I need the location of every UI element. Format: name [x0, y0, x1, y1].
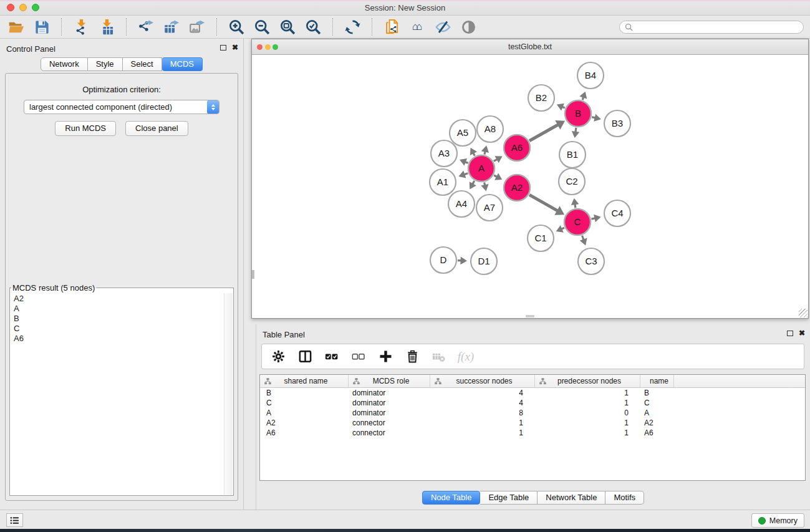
function-builder-icon[interactable]: f(x) — [458, 349, 474, 365]
tab-network[interactable]: Network — [41, 57, 88, 71]
mcds-result-item[interactable]: A — [11, 304, 223, 314]
graph-node-A1[interactable]: A1 — [430, 169, 456, 195]
mcds-result-item[interactable]: C — [11, 324, 223, 334]
table-cell[interactable]: 1 — [535, 399, 640, 407]
graph-node-C1[interactable]: C1 — [528, 225, 554, 251]
tab-motifs[interactable]: Motifs — [605, 491, 644, 505]
graph-edge-A-A6[interactable] — [494, 156, 503, 163]
graph-node-A[interactable]: A — [468, 155, 494, 181]
table-cell[interactable]: A2 — [260, 418, 349, 427]
graph-edge-A-A5[interactable] — [470, 148, 477, 156]
graph-node-C[interactable]: C — [564, 209, 591, 235]
column-header-predecessor-nodes[interactable]: predecessor nodes — [535, 375, 640, 387]
show-graphics-icon[interactable] — [458, 17, 478, 36]
resize-grip[interactable] — [799, 309, 808, 317]
graph-edge-B-B3[interactable] — [592, 114, 601, 122]
network-maximize-icon[interactable] — [272, 44, 278, 50]
search-input[interactable] — [636, 22, 798, 31]
graph-node-B4[interactable]: B4 — [577, 62, 604, 89]
mcds-result-item[interactable]: A2 — [11, 294, 223, 304]
add-column-icon[interactable] — [377, 349, 393, 365]
delete-column-icon[interactable] — [404, 349, 420, 365]
tab-network-table[interactable]: Network Table — [538, 491, 605, 505]
split-panel-icon[interactable] — [297, 349, 313, 365]
table-cell[interactable]: C — [260, 399, 349, 407]
graph-edge-D-D1[interactable] — [458, 257, 467, 265]
export-image-icon[interactable] — [187, 17, 207, 36]
graph-edge-C-C3[interactable] — [580, 236, 587, 246]
graph-node-A2[interactable]: A2 — [504, 175, 530, 201]
column-header-successor-nodes[interactable]: successor nodes — [430, 375, 535, 387]
minimize-traffic-light-icon[interactable] — [19, 4, 27, 11]
table-cell[interactable]: dominator — [349, 409, 430, 417]
graph-edge-A-A3[interactable] — [460, 158, 468, 166]
import-table-icon[interactable] — [97, 17, 117, 36]
network-canvas[interactable]: B4B2BB3A5A8A6B1A3AC2A1A2A4A7C4CC1C3DD1 — [252, 55, 808, 318]
table-cell[interactable]: 8 — [430, 409, 535, 417]
close-panel-icon[interactable]: ✖ — [232, 44, 238, 51]
graph-edge-A-A2[interactable] — [494, 173, 502, 180]
close-panel-button[interactable]: Close panel — [125, 121, 188, 136]
column-header-mcds-role[interactable]: MCDS role — [349, 375, 430, 387]
task-history-button[interactable] — [6, 513, 23, 527]
refresh-icon[interactable] — [342, 17, 362, 36]
tab-mcds[interactable]: MCDS — [162, 57, 203, 71]
graph-edge-B-B1[interactable] — [572, 128, 579, 138]
table-cell[interactable]: A — [640, 409, 674, 417]
tab-edge-table[interactable]: Edge Table — [480, 491, 538, 505]
table-row[interactable]: A6connector11A6 — [260, 428, 805, 438]
table-cell[interactable]: dominator — [349, 399, 430, 407]
graph-node-A8[interactable]: A8 — [477, 116, 503, 142]
graph-edge-C-C2[interactable] — [571, 198, 579, 208]
tab-style[interactable]: Style — [88, 57, 123, 71]
home-icon[interactable]: ⌂⌂ — [407, 17, 427, 36]
tab-node-table[interactable]: Node Table — [422, 491, 481, 505]
graph-edge-B-B2[interactable] — [557, 104, 565, 111]
graph-edge-C-C1[interactable] — [556, 225, 564, 232]
close-table-panel-icon[interactable]: ✖ — [799, 330, 805, 336]
graph-node-B1[interactable]: B1 — [559, 142, 586, 168]
vertical-scrollbar-thumb[interactable] — [252, 270, 254, 279]
column-header-name[interactable]: name — [640, 375, 674, 387]
export-table-icon[interactable] — [162, 17, 181, 36]
table-cell[interactable]: 1 — [430, 418, 535, 427]
graph-node-B[interactable]: B — [565, 100, 591, 127]
select-all-icon[interactable] — [324, 349, 340, 365]
table-cell[interactable]: connector — [349, 418, 430, 427]
settings-gear-icon[interactable] — [270, 349, 286, 365]
table-cell[interactable]: 1 — [430, 428, 535, 437]
network-window-titlebar[interactable]: testGlobe.txt — [252, 39, 808, 55]
graph-node-B2[interactable]: B2 — [528, 85, 554, 111]
table-cell[interactable]: C — [640, 399, 674, 407]
memory-button[interactable]: Memory — [751, 513, 804, 528]
column-header-shared-name[interactable]: shared name — [260, 375, 349, 387]
graph-edge-A-A8[interactable] — [481, 145, 489, 154]
zoom-fit-icon[interactable] — [277, 17, 297, 36]
table-cell[interactable]: connector — [349, 428, 430, 437]
maximize-traffic-light-icon[interactable] — [32, 4, 39, 11]
graph-node-A5[interactable]: A5 — [450, 120, 476, 146]
table-cell[interactable]: B — [640, 389, 674, 397]
table-cell[interactable]: A6 — [640, 428, 674, 437]
run-mcds-button[interactable]: Run MCDS — [55, 121, 116, 136]
graph-node-C3[interactable]: C3 — [578, 248, 604, 274]
hide-selection-icon[interactable] — [433, 17, 453, 36]
graph-node-A7[interactable]: A7 — [476, 195, 503, 221]
network-minimize-icon[interactable] — [265, 44, 271, 50]
network-close-icon[interactable] — [257, 44, 263, 50]
float-panel-icon[interactable] — [220, 45, 226, 51]
graph-edge-A6-B[interactable] — [529, 120, 565, 141]
table-row[interactable]: A2connector11A2 — [260, 418, 805, 428]
graph-edge-A-A7[interactable] — [481, 183, 488, 191]
graph-node-A6[interactable]: A6 — [504, 135, 530, 161]
table-cell[interactable]: 1 — [535, 389, 640, 397]
mcds-result-item[interactable]: B — [11, 314, 223, 324]
delete-table-icon[interactable] — [431, 349, 447, 365]
table-cell[interactable]: 1 — [535, 428, 640, 437]
table-cell[interactable]: B — [260, 389, 349, 397]
table-cell[interactable]: A2 — [640, 418, 674, 427]
graph-edge-A2-C[interactable] — [529, 195, 564, 215]
close-traffic-light-icon[interactable] — [7, 4, 14, 11]
table-row[interactable]: Adominator80A — [260, 408, 805, 418]
table-row[interactable]: Cdominator41C — [260, 398, 805, 408]
